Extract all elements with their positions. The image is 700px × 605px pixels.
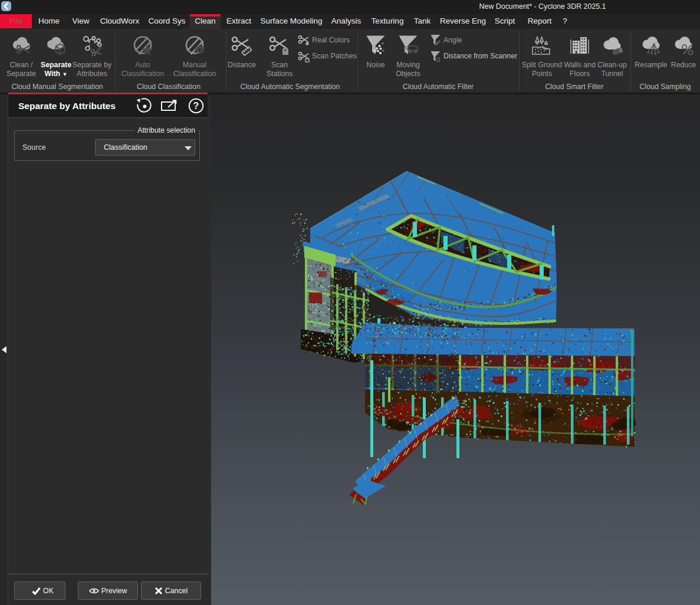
- svg-text:?: ?: [193, 101, 199, 111]
